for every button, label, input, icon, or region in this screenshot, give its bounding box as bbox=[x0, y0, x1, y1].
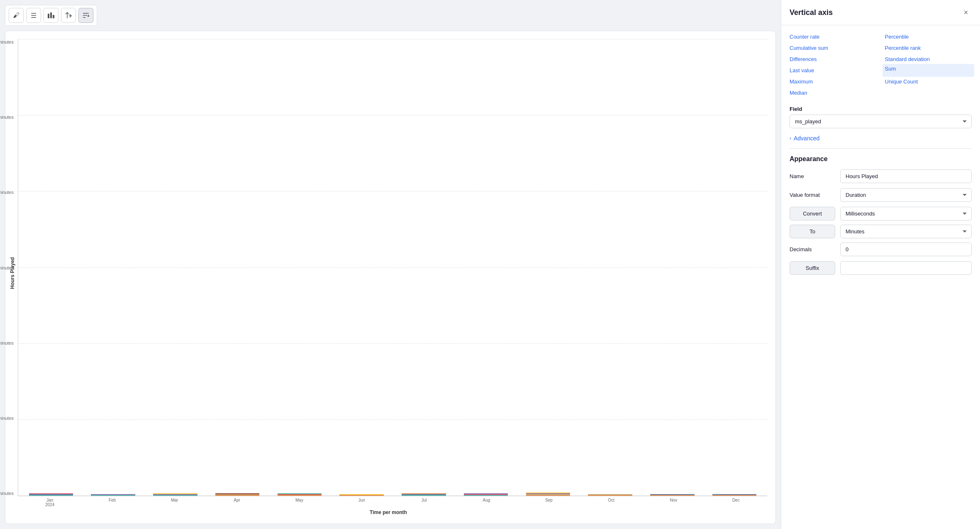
y-axis-tick-label: 417 minutes bbox=[0, 115, 16, 120]
x-axis-tick-label: Apr bbox=[206, 498, 268, 507]
x-axis-tick-label: Mar bbox=[144, 498, 206, 507]
bar-group bbox=[580, 39, 641, 496]
suffix-label: Suffix bbox=[790, 261, 835, 275]
advanced-toggle[interactable]: › Advanced bbox=[790, 135, 819, 142]
bar-group bbox=[704, 39, 765, 496]
bar-stack bbox=[91, 494, 135, 496]
function-item[interactable]: Percentile rank bbox=[885, 43, 972, 53]
to-select[interactable]: Minutes Seconds Hours Days bbox=[840, 225, 972, 238]
bar-group bbox=[145, 39, 206, 496]
advanced-section: › Advanced bbox=[790, 135, 972, 142]
name-input[interactable] bbox=[840, 169, 972, 183]
bar-stack bbox=[278, 493, 322, 496]
to-row: To Minutes Seconds Hours Days bbox=[790, 225, 972, 238]
y-axis-tick-label: 0 minutes bbox=[0, 491, 16, 496]
bar-segment bbox=[650, 495, 694, 496]
convert-select[interactable]: Milliseconds Seconds Minutes Hours bbox=[840, 207, 972, 220]
x-axis-tick-label: May bbox=[268, 498, 330, 507]
bar-stack bbox=[215, 493, 259, 496]
x-axis-tick-label: Sep bbox=[518, 498, 580, 507]
bar-group bbox=[393, 39, 455, 496]
bar-group bbox=[642, 39, 703, 496]
bar-segment bbox=[278, 495, 322, 496]
list-button[interactable]: ☰ bbox=[26, 8, 41, 23]
y-axis-tick-label: 500 minutes bbox=[0, 39, 16, 44]
bar-group bbox=[207, 39, 268, 496]
bar-segment bbox=[339, 495, 383, 496]
decimals-label: Decimals bbox=[790, 246, 835, 252]
bar-stack bbox=[464, 493, 508, 496]
function-item[interactable]: Median bbox=[790, 88, 877, 98]
field-section: Field ms_played bbox=[790, 106, 972, 128]
bar-stack bbox=[29, 493, 73, 496]
bar-segment bbox=[464, 495, 508, 496]
chevron-right-icon: › bbox=[790, 135, 791, 141]
convert-row: Convert Milliseconds Seconds Minutes Hou… bbox=[790, 207, 972, 220]
panel-content: Counter ratePercentileCumulative sumPerc… bbox=[781, 25, 980, 529]
decimals-input[interactable] bbox=[840, 242, 972, 256]
x-axis-tick-label: Aug bbox=[455, 498, 517, 507]
bar-chart-button[interactable] bbox=[44, 8, 59, 23]
suffix-input[interactable] bbox=[840, 261, 972, 275]
y-axis-tick-label: 83 minutes bbox=[0, 416, 16, 421]
bar-stack bbox=[526, 492, 570, 496]
paint-button[interactable]: 🖌 bbox=[9, 8, 24, 23]
suffix-row: Suffix bbox=[790, 261, 972, 275]
field-label: Field bbox=[790, 106, 972, 112]
x-axis-tick-label: Feb bbox=[81, 498, 143, 507]
convert-label: Convert bbox=[790, 207, 835, 220]
function-item[interactable]: Last value bbox=[790, 66, 877, 75]
x-axis-tick-label: Jul bbox=[393, 498, 455, 507]
function-item[interactable] bbox=[885, 88, 972, 98]
function-item[interactable]: Cumulative sum bbox=[790, 43, 877, 53]
field-select[interactable]: ms_played bbox=[790, 115, 972, 128]
function-item[interactable]: Percentile bbox=[885, 32, 972, 42]
chart-wrapper: Hours Played 0 minutes83 minutes167 minu… bbox=[10, 39, 767, 515]
arrow-button[interactable] bbox=[61, 8, 76, 23]
x-axis-tick-label: Jun bbox=[331, 498, 393, 507]
bar-segment bbox=[91, 495, 135, 496]
name-row: Name bbox=[790, 169, 972, 183]
sort-button[interactable] bbox=[78, 8, 93, 23]
bar-group bbox=[83, 39, 144, 496]
bar-stack bbox=[153, 493, 197, 496]
chart-container: Hours Played 0 minutes83 minutes167 minu… bbox=[5, 31, 776, 524]
bar-segment bbox=[215, 495, 259, 496]
toolbar: 🖌 ☰ bbox=[5, 5, 97, 26]
name-label: Name bbox=[790, 173, 835, 179]
main-area: 🖌 ☰ Hours Played 0 minutes83 minutes167 … bbox=[0, 0, 781, 529]
function-item[interactable]: Differences bbox=[790, 54, 877, 64]
panel-header: Vertical axis × bbox=[781, 0, 980, 25]
svg-rect-1 bbox=[50, 12, 52, 18]
value-format-select[interactable]: Duration Number Percentage Bytes Time bbox=[840, 188, 972, 202]
function-item[interactable]: Counter rate bbox=[790, 32, 877, 42]
decimals-row: Decimals bbox=[790, 242, 972, 256]
bar-group bbox=[269, 39, 330, 496]
svg-rect-2 bbox=[53, 15, 54, 18]
bar-group bbox=[455, 39, 517, 496]
x-labels: Jan2024FebMarAprMayJunJulAugSepOctNovDec bbox=[18, 498, 767, 507]
to-label: To bbox=[790, 225, 835, 238]
y-axis-tick-label: 250 minutes bbox=[0, 265, 16, 270]
x-axis-tick-label: Dec bbox=[705, 498, 767, 507]
function-item[interactable]: Unique Count bbox=[885, 77, 972, 86]
function-grid: Counter ratePercentileCumulative sumPerc… bbox=[790, 32, 972, 98]
x-axis-tick-label: Jan2024 bbox=[19, 498, 81, 507]
bar-segment bbox=[588, 495, 632, 496]
panel-title: Vertical axis bbox=[790, 8, 833, 17]
bar-group bbox=[331, 39, 392, 496]
bar-stack bbox=[339, 494, 383, 496]
y-axis-tick-label: 333 minutes bbox=[0, 190, 16, 195]
bar-stack bbox=[402, 493, 446, 496]
bar-stack bbox=[650, 494, 694, 496]
function-item[interactable]: Maximum bbox=[790, 77, 877, 86]
grid-and-bars: 0 minutes83 minutes167 minutes250 minute… bbox=[18, 39, 767, 496]
divider bbox=[790, 148, 972, 149]
advanced-label: Advanced bbox=[794, 135, 819, 142]
function-item[interactable]: Standard deviation bbox=[885, 54, 972, 64]
bar-stack bbox=[712, 494, 756, 496]
chart-area: Hours Played 0 minutes83 minutes167 minu… bbox=[10, 39, 767, 507]
close-button[interactable]: × bbox=[960, 7, 972, 18]
function-item[interactable]: Sum bbox=[882, 64, 975, 77]
bars-container bbox=[18, 39, 767, 496]
